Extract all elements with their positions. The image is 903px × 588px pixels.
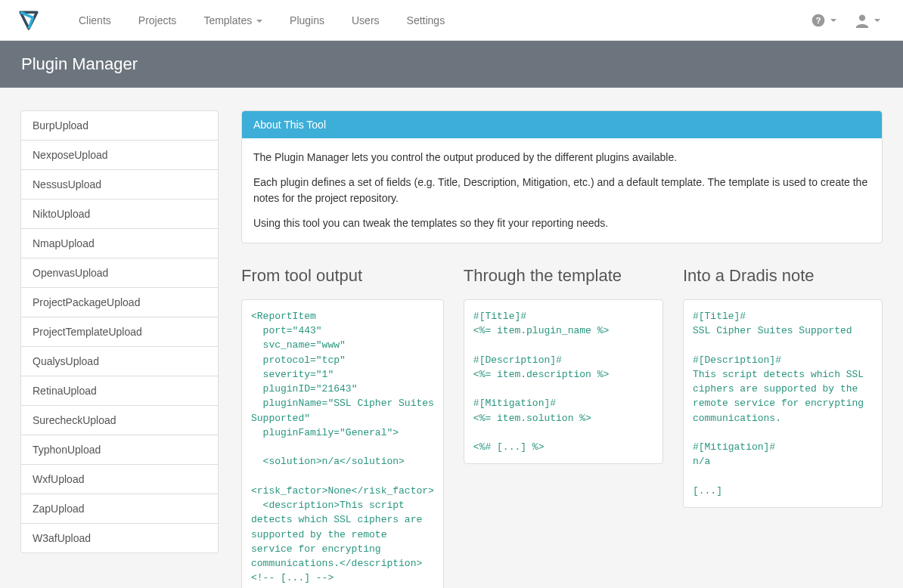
list-item[interactable]: ProjectPackageUpload [21,288,218,317]
nav-plugins[interactable]: Plugins [276,2,338,39]
list-item[interactable]: ProjectTemplateUpload [21,317,218,347]
code-block: #[Title]# SSL Cipher Suites Supported #[… [693,309,873,498]
about-paragraph: Each plugin defines a set of fields (e.g… [253,175,870,206]
list-item[interactable]: WxfUpload [21,465,218,494]
logo-icon [15,7,42,34]
help-menu[interactable]: ? [803,7,844,34]
list-item[interactable]: W3afUpload [21,524,218,552]
nav-templates[interactable]: Templates [190,2,276,39]
code-well: #[Title]# <%= item.plugin_name %> #[Desc… [464,299,663,464]
about-panel: About This Tool The Plugin Manager lets … [241,110,883,243]
list-item[interactable]: NexposeUpload [21,141,218,170]
list-item[interactable]: QualysUpload [21,347,218,376]
code-well: <ReportItem port="443" svc_name="www" pr… [241,299,444,588]
col-heading: Through the template [464,266,663,286]
code-block: #[Title]# <%= item.plugin_name %> #[Desc… [473,309,653,454]
nav-users[interactable]: Users [338,2,393,39]
about-heading: About This Tool [242,111,882,138]
col-template: Through the template #[Title]# <%= item.… [464,266,663,588]
example-columns: From tool output <ReportItem port="443" … [241,266,883,588]
plugin-sidebar: BurpUpload NexposeUpload NessusUpload Ni… [20,110,219,553]
nav-right: ? [803,7,888,34]
list-item[interactable]: NiktoUpload [21,200,218,229]
about-body: The Plugin Manager lets you control the … [242,138,882,243]
list-item[interactable]: BurpUpload [21,111,218,141]
col-heading: Into a Dradis note [683,266,883,286]
code-block: <ReportItem port="443" svc_name="www" pr… [251,309,434,588]
chevron-down-icon [830,19,836,22]
page-header: Plugin Manager [0,41,903,88]
col-from-tool: From tool output <ReportItem port="443" … [241,266,444,588]
help-icon: ? [811,13,826,28]
list-item[interactable]: NessusUpload [21,170,218,200]
about-paragraph: Using this tool you can tweak the templa… [253,215,870,231]
list-item[interactable]: OpenvasUpload [21,258,218,288]
svg-point-2 [859,14,865,20]
main-container: BurpUpload NexposeUpload NessusUpload Ni… [9,88,894,588]
col-heading: From tool output [241,266,444,286]
list-item[interactable]: TyphonUpload [21,435,218,465]
primary-nav: Clients Projects Templates Plugins Users… [65,2,803,39]
list-item[interactable]: ZapUpload [21,494,218,524]
chevron-down-icon [874,19,880,22]
about-paragraph: The Plugin Manager lets you control the … [253,150,870,166]
nav-settings[interactable]: Settings [393,2,459,39]
nav-clients[interactable]: Clients [65,2,125,39]
chevron-down-icon [256,20,262,23]
nav-projects[interactable]: Projects [125,2,191,39]
svg-text:?: ? [815,15,821,25]
list-item[interactable]: RetinaUpload [21,376,218,406]
plugin-list: BurpUpload NexposeUpload NessusUpload Ni… [20,110,219,553]
list-item[interactable]: NmapUpload [21,229,218,258]
user-menu[interactable] [847,7,888,34]
brand-logo[interactable] [15,7,42,34]
user-icon [855,13,870,28]
page-title: Plugin Manager [21,54,882,74]
top-navbar: Clients Projects Templates Plugins Users… [0,0,903,41]
list-item[interactable]: SurecheckUpload [21,406,218,435]
main-content: About This Tool The Plugin Manager lets … [241,110,883,588]
code-well: #[Title]# SSL Cipher Suites Supported #[… [683,299,883,508]
col-dradis-note: Into a Dradis note #[Title]# SSL Cipher … [683,266,883,588]
